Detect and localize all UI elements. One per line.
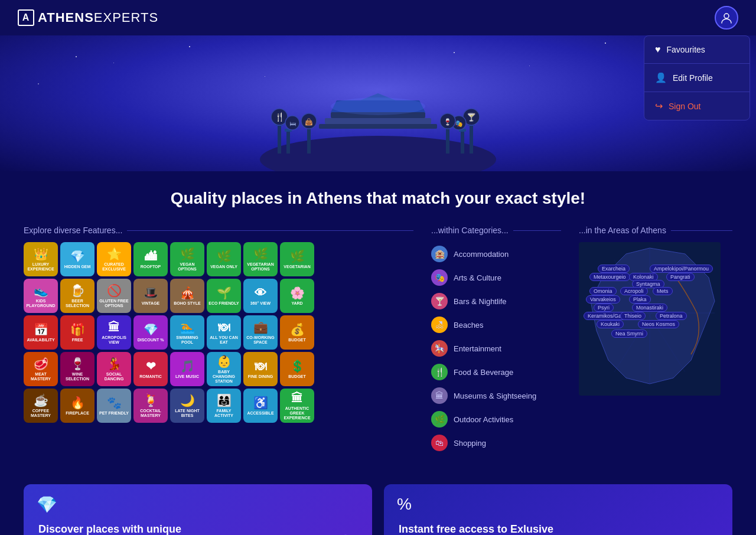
area-label-omonia[interactable]: Omonia xyxy=(589,287,617,295)
category-item-food[interactable]: 🍴Food & Beverage xyxy=(431,360,561,384)
area-label-petralona[interactable]: Petralona xyxy=(656,312,687,320)
feature-tile-3[interactable]: 🏙ROOFTOP xyxy=(133,242,168,276)
tile-label-2: CURATED EXCLUSIVE xyxy=(99,262,129,271)
feature-tile-7[interactable]: 🌿VEGETARIAN xyxy=(280,242,314,276)
tile-icon-17: 🎁 xyxy=(70,322,85,337)
feature-tile-15[interactable]: 🌸YARD xyxy=(280,279,314,313)
tile-label-9: BEER SELECTION xyxy=(62,299,93,308)
feature-tile-8[interactable]: 👟KIDS PLAYGROUND xyxy=(24,279,58,313)
tile-label-25: WINE SELECTION xyxy=(62,372,93,381)
feature-tile-31[interactable]: 💲BUDGET xyxy=(280,352,314,386)
tile-label-24: MEAT MASTERY xyxy=(25,372,56,381)
feature-tile-34[interactable]: 🐾PET FRIENDLY xyxy=(97,389,131,423)
feature-tile-36[interactable]: 🌙LATE NIGHT BITES xyxy=(170,389,204,423)
feature-tile-14[interactable]: 👁360° VIEW xyxy=(243,279,278,313)
feature-tile-32[interactable]: ☕COFFEE MASTERY xyxy=(24,389,58,423)
hero-banner: 🍴 🛏 🍸 🎭 👜 🍷 xyxy=(0,35,756,171)
svg-rect-17 xyxy=(286,130,290,154)
area-label-mets[interactable]: Mets xyxy=(653,287,673,295)
area-label-exarcheia[interactable]: Exarcheia xyxy=(598,265,630,273)
tile-label-30: FINE DINING xyxy=(248,374,273,379)
svg-rect-35 xyxy=(446,127,449,154)
dropdown-item-edit-profile[interactable]: 👤 Edit Profile xyxy=(644,64,750,92)
tile-icon-33: 🔥 xyxy=(70,396,85,410)
feature-tile-9[interactable]: 🍺BEER SELECTION xyxy=(60,279,94,313)
category-item-museums[interactable]: 🏛Museums & Sightseeing xyxy=(431,384,561,407)
feature-tile-39[interactable]: 🏛AUTHENTIC GREEK EXPERIENCE xyxy=(280,389,314,423)
heart-icon: ♥ xyxy=(655,44,661,55)
feature-tile-30[interactable]: 🍽FINE DINING xyxy=(243,352,278,386)
feature-tile-2[interactable]: ⭐CURATED EXCLUSIVE xyxy=(97,242,131,276)
feature-tile-6[interactable]: 🌿VEGETARIAN OPTIONS xyxy=(243,242,278,276)
tile-icon-32: ☕ xyxy=(34,393,48,407)
category-label-museums: Museums & Sightseeing xyxy=(454,392,536,400)
area-label-varvakeios[interactable]: Varvakeios xyxy=(586,295,620,304)
feature-tile-38[interactable]: ♿ACCESSIBLE xyxy=(243,389,278,423)
area-label-ampelokipoi-panormou[interactable]: Ampelokipoi/Panormou xyxy=(650,265,713,273)
feature-tile-11[interactable]: 🎩VINTAGE xyxy=(133,279,168,313)
feature-tile-16[interactable]: 📅AVAILABILITY xyxy=(24,315,58,350)
area-label-metaxourgeio[interactable]: Metaxourgeio xyxy=(589,273,630,281)
feature-tile-25[interactable]: 🍷WINE SELECTION xyxy=(60,352,94,386)
feature-tile-24[interactable]: 🥩MEAT MASTERY xyxy=(24,352,58,386)
feature-tile-21[interactable]: 🍽ALL YOU CAN EAT xyxy=(207,315,241,350)
feature-tile-4[interactable]: 🌿VEGAN OPTIONS xyxy=(170,242,204,276)
feature-tile-33[interactable]: 🔥FIREPLACE xyxy=(60,389,94,423)
category-item-beaches[interactable]: 🏖Beaches xyxy=(431,313,561,337)
tile-icon-15: 🌸 xyxy=(290,286,305,300)
area-label-koukaki[interactable]: Koukaki xyxy=(597,320,624,328)
area-label-psyri[interactable]: Psyri xyxy=(594,304,614,312)
feature-tile-23[interactable]: 💰BUDGET xyxy=(280,315,314,350)
feature-tile-22[interactable]: 💼CO-WORKING SPACE xyxy=(243,315,278,350)
area-label-acropoli[interactable]: Acropoli xyxy=(620,287,648,295)
feature-tile-12[interactable]: 🎪BOHO STYLE xyxy=(170,279,204,313)
profile-icon: 👤 xyxy=(655,72,667,83)
feature-tile-20[interactable]: 🏊SWIMMING POOL xyxy=(170,315,204,350)
svg-point-0 xyxy=(724,14,729,18)
feature-tile-37[interactable]: 👨‍👩‍👧FAMILY ACTIVITY xyxy=(207,389,241,423)
area-label-thiseio[interactable]: Thiseio xyxy=(620,312,646,320)
category-icon-outdoor: 🌿 xyxy=(431,411,448,428)
dropdown-item-sign-out[interactable]: ↪ Sign Out xyxy=(644,92,750,120)
area-label-monastiraki[interactable]: Monastiraki xyxy=(632,304,667,312)
category-icon-shopping: 🛍 xyxy=(431,435,448,451)
category-icon-beaches: 🏖 xyxy=(431,317,448,333)
dropdown-item-favourites[interactable]: ♥ Favourites xyxy=(644,36,750,64)
category-item-arts[interactable]: 🎭Arts & Culture xyxy=(431,266,561,289)
banner-offers-title: Instant free access to Exlusive Gifts an… xyxy=(399,523,564,535)
tile-label-11: VINTAGE xyxy=(142,301,160,306)
svg-point-15 xyxy=(331,97,425,115)
category-label-entertainment: Entertainment xyxy=(454,344,501,353)
feature-tile-18[interactable]: 🏛ACROPOLIS VIEW xyxy=(97,315,131,350)
tile-icon-30: 🍽 xyxy=(255,359,266,373)
feature-tile-1[interactable]: 💎HIDDEN GEM xyxy=(60,242,94,276)
area-label-neos-kosmos[interactable]: Neos Kosmos xyxy=(638,320,679,328)
feature-tile-5[interactable]: 🌿VEGAN ONLY xyxy=(207,242,241,276)
tile-icon-14: 👁 xyxy=(255,286,266,300)
tile-label-33: FIREPLACE xyxy=(66,411,89,416)
tile-icon-9: 🍺 xyxy=(70,283,85,298)
feature-tile-29[interactable]: 👶BABY CHANGING STATION xyxy=(207,352,241,386)
feature-tile-27[interactable]: ❤ROMANTIC xyxy=(133,352,168,386)
banner-offers: % Instant free access to Exlusive Gifts … xyxy=(384,484,732,535)
feature-tile-13[interactable]: 🌱ECO FRIENDLY xyxy=(207,279,241,313)
feature-tile-0[interactable]: 👑LUXURY EXPERIENCE xyxy=(24,242,58,276)
area-label-nea-smyrni[interactable]: Nea Smyrni xyxy=(611,330,647,338)
feature-tile-28[interactable]: 🎵LIVE MUSIC xyxy=(170,352,204,386)
category-item-shopping[interactable]: 🛍Shopping xyxy=(431,431,561,455)
category-item-bars[interactable]: 🍸Bars & Nightlife xyxy=(431,289,561,313)
area-label-plaka[interactable]: Plaka xyxy=(629,295,651,304)
logo[interactable]: A ATHENSEXPERTS xyxy=(18,9,158,26)
feature-tile-17[interactable]: 🎁FREE xyxy=(60,315,94,350)
feature-tile-35[interactable]: 🍹COCKTAIL MASTERY xyxy=(133,389,168,423)
tile-icon-31: 💲 xyxy=(290,359,305,373)
feature-tile-19[interactable]: 💎DISCOUNT % xyxy=(133,315,168,350)
category-item-outdoor[interactable]: 🌿Outdoor Activities xyxy=(431,407,561,431)
category-item-entertainment[interactable]: 🎠Entertainment xyxy=(431,337,561,360)
tile-label-8: KIDS PLAYGROUND xyxy=(25,299,56,308)
area-label-pangrati[interactable]: Pangrati xyxy=(666,273,695,281)
category-item-accommodation[interactable]: 🏨Accommodation xyxy=(431,242,561,266)
avatar-button[interactable] xyxy=(715,6,738,30)
feature-tile-10[interactable]: 🚫GLUTEN FREE OPTIONS xyxy=(97,279,131,313)
feature-tile-26[interactable]: 💃SOCIAL DANCING xyxy=(97,352,131,386)
